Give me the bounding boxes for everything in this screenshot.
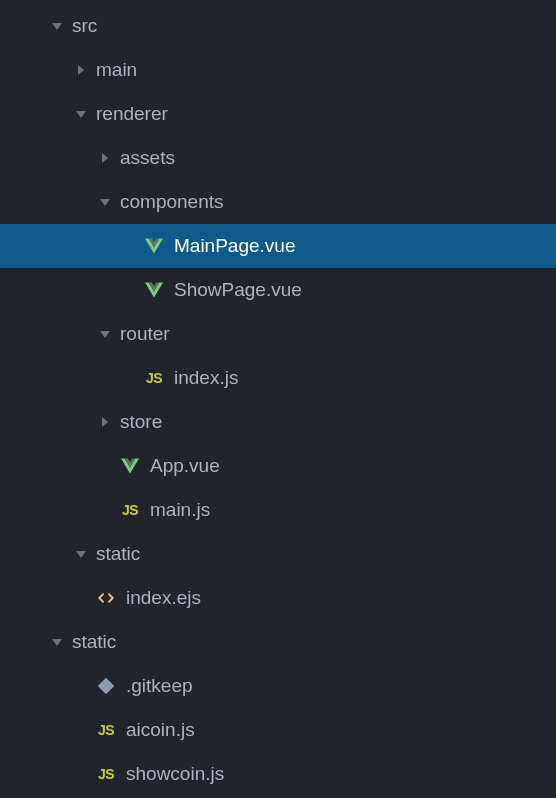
svg-marker-1 [78, 65, 84, 75]
tree-item-label: router [120, 323, 170, 345]
tree-file[interactable]: .gitkeep [14, 664, 556, 708]
ejs-icon [96, 589, 116, 607]
js-icon: JS [120, 502, 140, 518]
tree-item-label: src [72, 15, 97, 37]
tree-file[interactable]: JSshowcoin.js [14, 752, 556, 796]
tree-file[interactable]: App.vue [14, 444, 556, 488]
tree-item-label: .gitkeep [126, 675, 193, 697]
tree-item-label: static [96, 543, 140, 565]
tree-item-label: main [96, 59, 137, 81]
tree-item-label: main.js [150, 499, 210, 521]
tree-file[interactable]: ShowPage.vue [14, 268, 556, 312]
tree-item-label: ShowPage.vue [174, 279, 302, 301]
js-icon: JS [96, 766, 116, 782]
js-icon: JS [96, 722, 116, 738]
tree-item-label: showcoin.js [126, 763, 224, 785]
chevron-right-icon [74, 65, 88, 75]
svg-marker-0 [52, 23, 62, 30]
svg-marker-3 [102, 153, 108, 163]
git-icon [96, 677, 116, 695]
tree-folder[interactable]: src [14, 4, 556, 48]
svg-marker-8 [52, 639, 62, 646]
chevron-down-icon [50, 21, 64, 31]
tree-item-label: MainPage.vue [174, 235, 295, 257]
vue-icon [120, 458, 140, 474]
tree-file[interactable]: index.ejs [14, 576, 556, 620]
tree-item-label: assets [120, 147, 175, 169]
tree-folder[interactable]: static [14, 620, 556, 664]
chevron-down-icon [98, 329, 112, 339]
tree-folder[interactable]: router [14, 312, 556, 356]
tree-item-label: aicoin.js [126, 719, 195, 741]
tree-folder[interactable]: store [14, 400, 556, 444]
svg-marker-2 [76, 111, 86, 118]
tree-item-label: static [72, 631, 116, 653]
tree-folder[interactable]: static [14, 532, 556, 576]
chevron-down-icon [74, 109, 88, 119]
tree-item-label: store [120, 411, 162, 433]
chevron-right-icon [98, 417, 112, 427]
file-tree: srcmainrendererassetscomponentsMainPage.… [14, 4, 556, 796]
js-icon: JS [144, 370, 164, 386]
tree-file[interactable]: JSindex.js [14, 356, 556, 400]
svg-marker-7 [76, 551, 86, 558]
tree-item-label: components [120, 191, 224, 213]
tree-file[interactable]: JSmain.js [14, 488, 556, 532]
svg-marker-4 [100, 199, 110, 206]
tree-folder[interactable]: main [14, 48, 556, 92]
svg-marker-5 [100, 331, 110, 338]
tree-file[interactable]: JSaicoin.js [14, 708, 556, 752]
vue-icon [144, 282, 164, 298]
tree-item-label: renderer [96, 103, 168, 125]
chevron-right-icon [98, 153, 112, 163]
vue-icon [144, 238, 164, 254]
tree-file[interactable]: MainPage.vue [14, 224, 556, 268]
tree-folder[interactable]: renderer [14, 92, 556, 136]
chevron-down-icon [98, 197, 112, 207]
tree-item-label: index.js [174, 367, 238, 389]
tree-item-label: App.vue [150, 455, 220, 477]
svg-marker-6 [102, 417, 108, 427]
chevron-down-icon [74, 549, 88, 559]
tree-folder[interactable]: assets [14, 136, 556, 180]
chevron-down-icon [50, 637, 64, 647]
tree-folder[interactable]: components [14, 180, 556, 224]
tree-item-label: index.ejs [126, 587, 201, 609]
